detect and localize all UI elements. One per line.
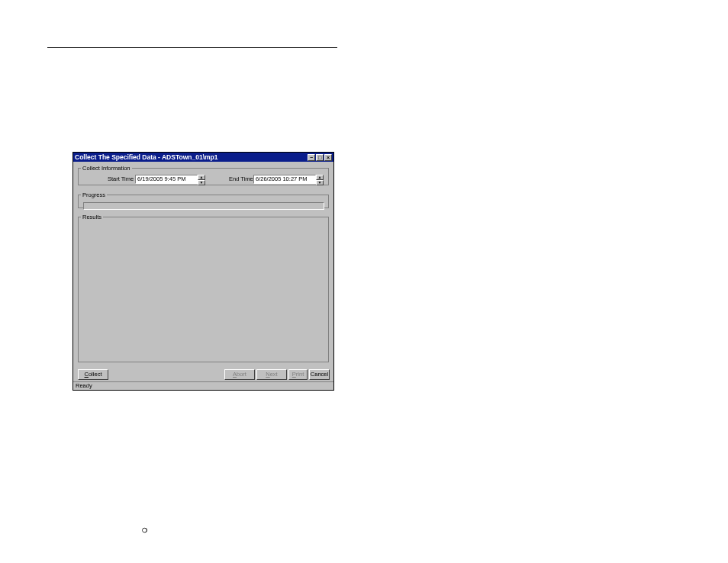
bullet-icon: ❍ [142,527,147,534]
abort-button: Abort [224,369,255,380]
results-group: Results [78,214,329,362]
up-arrow-icon[interactable]: ▲ [316,175,324,180]
status-text: Ready [76,382,92,389]
dialog-window: Collect The Specified Data - ADSTown_01\… [72,152,334,391]
results-legend: Results [81,214,103,220]
titlebar[interactable]: Collect The Specified Data - ADSTown_01\… [73,153,333,162]
horizontal-rule [47,47,337,48]
down-arrow-icon[interactable]: ▼ [316,180,324,185]
end-time-spinner[interactable]: ▲ ▼ [316,175,324,184]
progress-legend: Progress [81,191,107,198]
collect-information-group: Collect Information Start Time 6/19/2005… [78,165,329,185]
progress-bar [83,202,324,210]
end-time-input[interactable]: 6/26/2005 10:27 PM [253,175,316,184]
client-area: Collect Information Start Time 6/19/2005… [73,162,333,381]
start-time-spinner[interactable]: ▲ ▼ [198,175,205,184]
end-time-label: End Time [229,175,253,182]
start-time-label: Start Time [108,175,134,182]
up-arrow-icon[interactable]: ▲ [198,175,205,180]
close-button[interactable]: × [324,154,332,161]
collect-button[interactable]: Collect [78,369,108,380]
progress-group: Progress [78,191,329,208]
print-button: Print [288,369,308,380]
status-bar: Ready [73,381,333,390]
collect-information-legend: Collect Information [81,165,132,172]
maximize-button[interactable]: □ [316,154,324,161]
cancel-button[interactable]: Cancel [309,369,330,380]
start-time-input[interactable]: 6/19/2005 9:45 PM [135,175,198,184]
window-controls: − □ × [307,154,332,161]
next-button: Next [256,369,287,380]
window-title: Collect The Specified Data - ADSTown_01\… [75,153,218,161]
minimize-button[interactable]: − [308,154,315,161]
down-arrow-icon[interactable]: ▼ [198,180,205,185]
